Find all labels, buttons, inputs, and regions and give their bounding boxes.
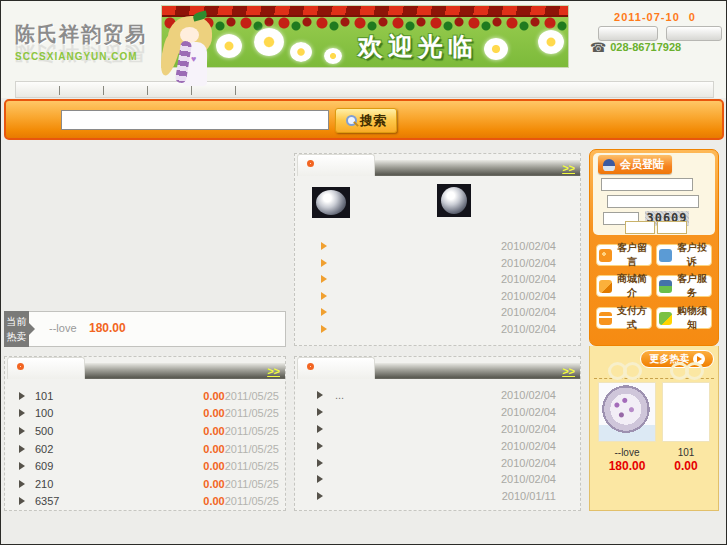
bullet-icon: [317, 442, 323, 450]
service-button-notice[interactable]: 购物须知: [656, 307, 712, 329]
news-panel-bar: [375, 160, 580, 176]
list-item[interactable]: 2010/02/04: [295, 404, 580, 421]
hot-product-price: 0.00: [662, 459, 710, 473]
header-button-2[interactable]: [666, 26, 722, 41]
news-more-link[interactable]: >>: [562, 162, 575, 174]
logo-domain: SCCSXIANGYUN.COM: [15, 51, 138, 62]
flower-icon: [538, 30, 564, 54]
service-button-service[interactable]: 客户服务: [656, 275, 712, 297]
flower-icon: [254, 28, 284, 56]
table-row[interactable]: 63570.002011/05/25: [5, 493, 285, 511]
phone-icon: ☎: [590, 40, 606, 55]
news-thumbnail-1[interactable]: [312, 187, 350, 218]
hot-now-item-name[interactable]: --love: [49, 322, 77, 334]
list-item[interactable]: 2010/02/04: [295, 437, 580, 454]
hot-product-name[interactable]: --love: [598, 447, 656, 458]
table-row[interactable]: 5000.002011/05/25: [5, 422, 285, 440]
news-list: 2010/02/04 2010/02/04 2010/02/04 2010/02…: [295, 238, 580, 337]
list-item[interactable]: 2010/02/04: [295, 255, 580, 272]
product-panel-bar: [85, 363, 285, 379]
magnifier-icon: [346, 115, 357, 126]
list-item[interactable]: 2010/02/04: [295, 271, 580, 288]
service-button-message[interactable]: 客户留言: [596, 244, 652, 266]
list-item[interactable]: 2010/02/04: [295, 288, 580, 305]
list-item[interactable]: 2010/02/04: [295, 238, 580, 255]
bullet-icon: [317, 425, 323, 433]
news-panel-tab: [297, 154, 375, 176]
table-row[interactable]: 6020.002011/05/25: [5, 440, 285, 458]
search-input[interactable]: [61, 110, 329, 130]
bullet-icon: [19, 480, 25, 488]
main-nav: [15, 81, 714, 98]
site-logo[interactable]: 陈氏祥韵贸易 陈氏祥韵贸易 SCCSXIANGYUN.COM: [15, 13, 165, 71]
nav-item-2[interactable]: [60, 86, 104, 95]
table-row[interactable]: 2100.002011/05/25: [5, 475, 285, 493]
hot-product-name[interactable]: 101: [662, 447, 710, 458]
member-login-box: 会员登陆 30609: [593, 153, 715, 235]
hot-product-image-1[interactable]: [598, 382, 656, 442]
news-thumbnail-2[interactable]: [437, 184, 471, 217]
list-item[interactable]: 2010/02/04: [295, 454, 580, 471]
table-row[interactable]: 6090.002011/05/25: [5, 457, 285, 475]
list-item[interactable]: ...2010/02/04: [295, 387, 580, 404]
bullet-icon: [317, 459, 323, 467]
bullet-icon: [321, 292, 327, 300]
list-item[interactable]: 2010/02/04: [295, 321, 580, 338]
product-panel-tab: [7, 357, 85, 379]
banner-girl-illustration: ♥: [166, 14, 226, 88]
more-hot-section: 更多热卖 --love 101 180.00 0.00: [589, 346, 719, 511]
username-field[interactable]: [601, 178, 693, 191]
header-button-1[interactable]: [598, 26, 658, 41]
hot-now-tag: 当前 热卖: [4, 311, 29, 347]
sidebar: 会员登陆 30609 客户留言 客户投诉 商城简介 客户服务 支付方式 购物须知: [589, 149, 719, 346]
notice-panel-tab: [297, 357, 375, 379]
product-more-link[interactable]: >>: [267, 365, 280, 377]
service-button-complaint[interactable]: 客户投诉: [656, 244, 712, 266]
list-item[interactable]: 2010/02/04: [295, 421, 580, 438]
list-item[interactable]: 2010/01/11: [295, 488, 580, 505]
bullet-icon: [321, 242, 327, 250]
bullet-icon: [19, 392, 25, 400]
ring-icon: [307, 160, 314, 167]
hot-product-price: 180.00: [598, 459, 656, 473]
product-list-panel: >> 1010.002011/05/25 1000.002011/05/25 5…: [4, 356, 286, 511]
notice-panel: >> ...2010/02/04 2010/02/04 2010/02/04 2…: [294, 356, 581, 511]
bullet-icon: [317, 408, 323, 416]
hot-now-item-price: 180.00: [89, 321, 126, 335]
search-button[interactable]: 搜索: [335, 108, 397, 133]
service-button-payment[interactable]: 支付方式: [596, 307, 652, 329]
nav-item-6[interactable]: [236, 86, 713, 95]
welcome-banner: ♥ 欢迎光临: [161, 5, 569, 68]
nav-item-1[interactable]: [16, 86, 60, 95]
ring-icon: [307, 363, 314, 370]
bullet-icon: [19, 497, 25, 505]
intro-icon: [599, 280, 612, 293]
bullet-icon: [19, 409, 25, 417]
bullet-icon: [317, 391, 323, 399]
table-row[interactable]: 1000.002011/05/25: [5, 405, 285, 423]
notice-more-link[interactable]: >>: [562, 365, 575, 377]
bullet-icon: [317, 492, 323, 500]
flower-icon: [324, 48, 342, 64]
password-field[interactable]: [607, 195, 699, 208]
bullet-icon: [321, 325, 327, 333]
list-item[interactable]: 2010/02/04: [295, 304, 580, 321]
flower-icon: [484, 38, 508, 60]
notice-panel-bar: [375, 363, 580, 379]
ribbon-bow-icon: [670, 362, 704, 376]
news-panel: >> 2010/02/04 2010/02/04 2010/02/04 2010…: [294, 153, 581, 346]
hot-now-strip: 当前 热卖 --love 180.00: [4, 311, 286, 347]
login-submit-button[interactable]: [625, 221, 655, 234]
list-item[interactable]: 2010/02/04: [295, 471, 580, 488]
nav-item-3[interactable]: [104, 86, 148, 95]
notice-icon: [659, 312, 672, 325]
login-reset-button[interactable]: [657, 221, 687, 234]
flower-icon: [290, 42, 312, 62]
hot-product-image-2[interactable]: [662, 382, 710, 442]
member-login-title: 会员登陆: [598, 155, 672, 174]
service-button-intro[interactable]: 商城简介: [596, 275, 652, 297]
product-list: 1010.002011/05/25 1000.002011/05/25 5000…: [5, 387, 285, 510]
table-row[interactable]: 1010.002011/05/25: [5, 387, 285, 405]
ring-icon: [17, 363, 24, 370]
message-icon: [599, 249, 612, 262]
